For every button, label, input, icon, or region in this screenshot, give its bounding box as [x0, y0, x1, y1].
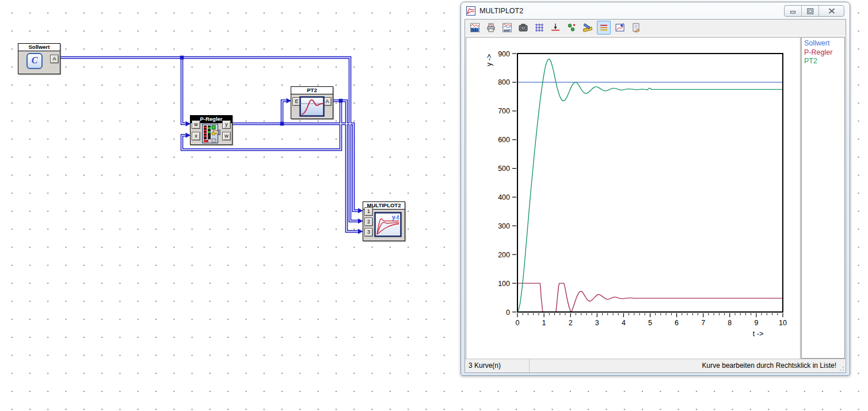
- block-p-regler[interactable]: P-Regler w x y w: [190, 115, 233, 145]
- legend-item-PT2[interactable]: PT2: [804, 57, 844, 66]
- point-markers-icon: [567, 23, 576, 32]
- controller-icon: [202, 124, 220, 146]
- snapshot-camera-icon: [519, 23, 528, 32]
- export-wmf-icon: WMF: [502, 23, 512, 32]
- svg-text:400: 400: [498, 193, 510, 201]
- toolbar-measure-cursor-button[interactable]: [549, 21, 562, 35]
- port-multiplot2-1-input[interactable]: 1: [364, 207, 373, 216]
- svg-text:700: 700: [498, 107, 510, 115]
- block-sollwert-title: Sollwert: [18, 44, 60, 51]
- svg-text:300: 300: [498, 222, 510, 230]
- plot-panel: 0123456789100100200300400500600700800900…: [466, 37, 801, 360]
- plot-properties-icon: [631, 23, 641, 32]
- svg-text:500: 500: [498, 165, 510, 173]
- constant-icon: C: [26, 53, 43, 69]
- statusbar-hint: Kurve bearbeiten durch Rechtsklick in Li…: [530, 359, 846, 372]
- block-pt2-title: PT2: [291, 87, 333, 94]
- block-pt2[interactable]: PT2 E A: [291, 86, 333, 119]
- plot-frame: [517, 54, 783, 312]
- port-p-regler-x-input[interactable]: x: [192, 132, 200, 140]
- statusbar: 3 Kurve(n) Kurve bearbeiten durch Rechts…: [465, 359, 846, 372]
- svg-text:9: 9: [754, 319, 758, 327]
- multiplot-icon-label: y-t: [392, 214, 399, 220]
- curve-PT2: [517, 59, 783, 313]
- port-p-regler-w-input[interactable]: w: [192, 120, 200, 129]
- window-client-area: WMF 012345678910010020030040050060070080…: [465, 19, 846, 373]
- svg-text:0: 0: [516, 319, 520, 327]
- svg-text:200: 200: [498, 251, 510, 259]
- svg-text:600: 600: [498, 136, 510, 144]
- block-sollwert[interactable]: Sollwert C A: [18, 43, 60, 74]
- toolbar-print-button[interactable]: [484, 21, 498, 35]
- svg-text:800: 800: [498, 78, 510, 86]
- svg-text:8: 8: [728, 319, 732, 327]
- block-multiplot2[interactable]: MULTIPLOT2 1 2 3 y-t: [363, 201, 405, 241]
- x-axis-label: t ->: [753, 330, 763, 338]
- svg-text:5: 5: [648, 319, 652, 327]
- minimize-button[interactable]: [785, 6, 802, 16]
- maximize-icon: [807, 8, 814, 14]
- window-plot-icon: [466, 6, 475, 16]
- svg-text:2: 2: [569, 319, 573, 327]
- svg-text:4: 4: [622, 319, 626, 327]
- svg-text:900: 900: [498, 50, 510, 58]
- svg-text:1: 1: [542, 319, 546, 327]
- window-titlebar[interactable]: MULTIPLOT2: [461, 2, 850, 19]
- grid-toggle-icon: [535, 23, 544, 32]
- close-icon: [828, 8, 835, 14]
- axis-scaling-icon: [583, 23, 592, 32]
- svg-text:10: 10: [779, 319, 787, 327]
- close-button[interactable]: [819, 6, 844, 16]
- window-controls: [784, 5, 844, 17]
- toolbar-curve-list-button[interactable]: [597, 21, 611, 35]
- curve-legend-list[interactable]: SollwertP-ReglerPT2: [801, 37, 845, 359]
- y-axis-label: y ->: [485, 54, 493, 66]
- svg-text:100: 100: [498, 280, 510, 288]
- statusbar-curve-count: 3 Kurve(n): [465, 359, 530, 372]
- step-response-icon: [299, 96, 325, 119]
- minimize-icon: [790, 9, 796, 14]
- port-multiplot2-3-input[interactable]: 3: [364, 228, 373, 237]
- port-p-regler-w-output[interactable]: w: [222, 132, 231, 140]
- svg-text:6: 6: [675, 319, 679, 327]
- resize-grip[interactable]: [839, 366, 844, 371]
- plot-toolbar: WMF: [465, 20, 846, 36]
- window-title: MULTIPLOT2: [479, 7, 523, 15]
- port-sollwert-A-output[interactable]: A: [50, 55, 59, 63]
- port-multiplot2-2-input[interactable]: 2: [364, 218, 373, 226]
- edit-curve-icon: [615, 23, 625, 32]
- svg-text:0: 0: [506, 309, 510, 317]
- svg-text:WMF: WMF: [503, 29, 511, 32]
- measure-cursor-icon: [551, 23, 560, 32]
- curve-list-icon: [599, 23, 608, 32]
- curve-P-Regler: [517, 283, 783, 312]
- toolbar-plot-properties-button[interactable]: [629, 21, 643, 35]
- toolbar-export-wmf-button[interactable]: WMF: [500, 21, 514, 35]
- legend-item-P-Regler[interactable]: P-Regler: [804, 48, 844, 58]
- multiplot-icon: y-t: [374, 212, 402, 239]
- legend-item-Sollwert[interactable]: Sollwert: [804, 39, 844, 48]
- export-curves-icon: [470, 23, 479, 32]
- svg-text:7: 7: [701, 319, 705, 327]
- print-icon: [486, 23, 496, 32]
- plot-canvas: 0123456789100100200300400500600700800900…: [466, 37, 799, 358]
- toolbar-point-markers-button[interactable]: [565, 21, 578, 35]
- toolbar-grid-toggle-button[interactable]: [532, 21, 546, 35]
- multiplot2-window: MULTIPLOT2 WMF 012345678910: [460, 2, 850, 376]
- svg-text:3: 3: [595, 319, 599, 327]
- toolbar-edit-curve-button[interactable]: [613, 21, 627, 35]
- port-p-regler-y-output[interactable]: y: [222, 120, 231, 129]
- toolbar-axis-scaling-button[interactable]: [581, 21, 595, 35]
- maximize-button[interactable]: [802, 6, 819, 16]
- toolbar-snapshot-camera-button[interactable]: [516, 21, 530, 35]
- plot-main-area: 0123456789100100200300400500600700800900…: [465, 36, 846, 359]
- toolbar-export-curves-button[interactable]: [468, 21, 482, 35]
